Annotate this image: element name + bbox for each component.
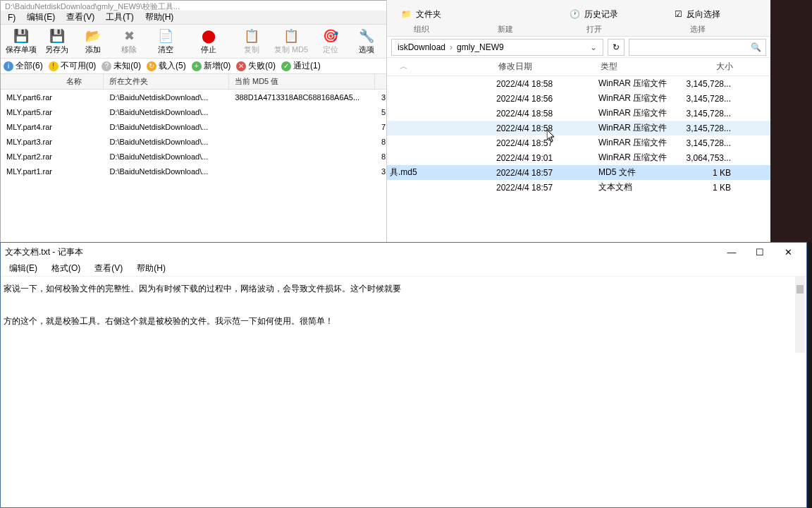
menu-edit[interactable]: 编辑(E) xyxy=(23,10,59,25)
filter-new[interactable]: +新增(0) xyxy=(192,60,231,72)
chevron-down-icon[interactable]: ⌄ xyxy=(590,42,597,52)
menu-view[interactable]: 查看(V) xyxy=(89,261,128,276)
cell-md5: 388D1A4713318A8C688168A6A5... xyxy=(229,92,376,103)
breadcrumb[interactable]: iskDownload › gmly_NEW9 ⌄ xyxy=(391,39,603,56)
locate-button[interactable]: 🎯定位 xyxy=(314,26,348,57)
cell-md5 xyxy=(229,111,376,114)
cell-extra: 7 xyxy=(376,121,387,133)
cell-folder: D:\BaiduNetdiskDownload\... xyxy=(104,136,229,147)
search-input[interactable]: 🔍 xyxy=(629,39,766,56)
menu-tools[interactable]: 工具(T) xyxy=(102,10,137,25)
table-row[interactable]: MLY.part1.rarD:\BaiduNetdiskDownload\...… xyxy=(1,164,387,179)
new-label: 新建 xyxy=(498,24,513,35)
list-item[interactable]: 2022/4/4 18:56WinRAR 压缩文件3,145,728... xyxy=(387,91,770,106)
menubar: F) 编辑(E) 查看(V) 工具(T) 帮助(H) xyxy=(1,11,387,25)
md5-checker-window: D:\BaiduNetdiskDownload\gmly_NEW9\校验工具..… xyxy=(0,0,388,243)
breadcrumb-part[interactable]: gmly_NEW9 xyxy=(457,42,504,52)
list-item[interactable]: 2022/4/4 18:57WinRAR 压缩文件3,145,728... xyxy=(387,135,770,150)
filter-loaded[interactable]: ↻载入(5) xyxy=(147,60,186,72)
table-row[interactable]: MLY.part2.rarD:\BaiduNetdiskDownload\...… xyxy=(1,149,387,164)
save-as-button[interactable]: 💾另存为 xyxy=(39,26,74,57)
cell-name: 具.md5 xyxy=(387,167,496,179)
list-item[interactable]: 2022/4/4 18:58WinRAR 压缩文件3,145,728... xyxy=(387,121,770,135)
cell-extra: 8 xyxy=(376,151,387,162)
cell-md5 xyxy=(229,170,376,173)
chevron-up-icon[interactable]: ︿ xyxy=(400,61,414,73)
plus-icon: + xyxy=(192,61,202,71)
col-name[interactable]: 名称 xyxy=(1,74,104,89)
toolbar: 💾保存单项 💾另存为 📂添加 ✖移除 📄清空 ⬤停止 📋复制 📋复制 MD5 🎯… xyxy=(1,25,387,59)
list-item[interactable]: 2022/4/4 18:57文本文档1 KB xyxy=(387,180,770,195)
menu-edit[interactable]: 编辑(E) xyxy=(4,261,43,276)
scrollbar-thumb[interactable] xyxy=(796,285,804,294)
folder-plus-icon: 📂 xyxy=(85,28,101,44)
menu-format[interactable]: 格式(O) xyxy=(46,261,86,276)
organize-label: 组织 xyxy=(414,24,429,35)
text-area[interactable]: 家说一下，如何校验文件的完整性。因为有时候下载的过程中，网络波动，会导致文件损坏… xyxy=(1,277,806,353)
remove-button[interactable]: ✖移除 xyxy=(112,26,147,57)
table-row[interactable]: MLY.part5.rarD:\BaiduNetdiskDownload\...… xyxy=(1,104,387,119)
window-title: 文本文档.txt - 记事本 xyxy=(5,246,83,258)
filter-na[interactable]: !不可用(0) xyxy=(49,60,97,72)
table-row[interactable]: MLY.part3.rarD:\BaiduNetdiskDownload\...… xyxy=(1,134,387,149)
cell-date: 2022/4/4 18:58 xyxy=(496,79,598,89)
menu-view[interactable]: 查看(V) xyxy=(62,10,99,25)
maximize-button[interactable]: ☐ xyxy=(746,243,774,260)
cell-date: 2022/4/4 18:56 xyxy=(496,94,598,104)
cell-type: WinRAR 压缩文件 xyxy=(598,122,682,134)
clear-button[interactable]: 📄清空 xyxy=(148,26,183,57)
menu-help[interactable]: 帮助(H) xyxy=(131,261,171,276)
cell-name: MLY.part3.rar xyxy=(1,136,104,147)
refresh-button[interactable]: ↻ xyxy=(608,39,625,56)
copy-icon: 📋 xyxy=(244,28,259,44)
options-button[interactable]: 🔧选项 xyxy=(350,26,384,57)
column-headers: ︿ 修改日期 类型 大小 xyxy=(387,58,770,76)
target-icon: 🎯 xyxy=(323,28,338,44)
invert-label[interactable]: 反向选择 xyxy=(687,8,720,20)
cell-type: MD5 文件 xyxy=(598,167,682,179)
filter-all[interactable]: i全部(6) xyxy=(4,60,43,72)
list-item[interactable]: 2022/4/4 18:58WinRAR 压缩文件3,145,728... xyxy=(387,106,770,121)
menu-file[interactable]: F) xyxy=(4,11,20,24)
save-single-button[interactable]: 💾保存单项 xyxy=(4,26,38,57)
scrollbar[interactable] xyxy=(795,277,805,353)
list-item[interactable]: 2022/4/4 18:58WinRAR 压缩文件3,145,728... xyxy=(387,76,770,91)
filter-bar: i全部(6) !不可用(0) ?未知(0) ↻载入(5) +新增(0) ✕失败(… xyxy=(1,59,387,74)
list-item[interactable]: 2022/4/4 19:01WinRAR 压缩文件3,064,753... xyxy=(387,150,770,165)
cell-folder: D:\BaiduNetdiskDownload\... xyxy=(104,121,229,133)
col-md5[interactable]: 当前 MD5 值 xyxy=(229,74,375,89)
copy-md5-button[interactable]: 📋复制 MD5 xyxy=(271,26,312,57)
filter-unknown[interactable]: ?未知(0) xyxy=(102,60,141,72)
text-line: 方的这个，就是校验工具。右侧这个就是被校验的文件。我示范一下如何使用。很简单！ xyxy=(4,315,804,327)
history-label[interactable]: 历史记录 xyxy=(584,8,618,20)
col-folder[interactable]: 所在文件夹 xyxy=(104,74,229,89)
breadcrumb-part[interactable]: iskDownload xyxy=(398,42,445,52)
menu-help[interactable]: 帮助(H) xyxy=(141,10,178,25)
copy-button[interactable]: 📋复制 xyxy=(234,26,269,57)
filter-pass[interactable]: ✓通过(1) xyxy=(281,60,321,72)
select-label: 选择 xyxy=(690,24,706,35)
col-date[interactable]: 修改日期 xyxy=(498,61,601,73)
table-row[interactable]: MLY.part4.rarD:\BaiduNetdiskDownload\...… xyxy=(1,119,387,134)
list-item[interactable]: 具.md52022/4/4 18:57MD5 文件1 KB xyxy=(387,165,770,180)
open-label: 打开 xyxy=(586,24,602,35)
minimize-button[interactable]: — xyxy=(718,243,746,260)
cell-date: 2022/4/4 18:57 xyxy=(496,168,598,178)
table-row[interactable]: MLY.part6.rarD:\BaiduNetdiskDownload\...… xyxy=(1,90,387,104)
cell-type: WinRAR 压缩文件 xyxy=(598,78,682,90)
col-size[interactable]: 大小 xyxy=(684,61,733,73)
folder-label: 文件夹 xyxy=(416,8,441,20)
filter-fail[interactable]: ✕失败(0) xyxy=(236,60,276,72)
cell-md5 xyxy=(229,126,376,128)
cell-size: 3,145,728... xyxy=(682,79,731,89)
cell-name: MLY.part4.rar xyxy=(1,121,104,133)
cell-size: 1 KB xyxy=(682,183,731,193)
col-extra[interactable] xyxy=(375,74,387,89)
loading-icon: ↻ xyxy=(147,61,156,71)
stop-button[interactable]: ⬤停止 xyxy=(191,26,226,57)
invert-icon: ☑ xyxy=(675,9,682,19)
cell-extra: 8 xyxy=(376,136,387,147)
col-type[interactable]: 类型 xyxy=(601,61,684,73)
add-button[interactable]: 📂添加 xyxy=(76,26,111,57)
close-button[interactable]: ✕ xyxy=(774,243,802,260)
